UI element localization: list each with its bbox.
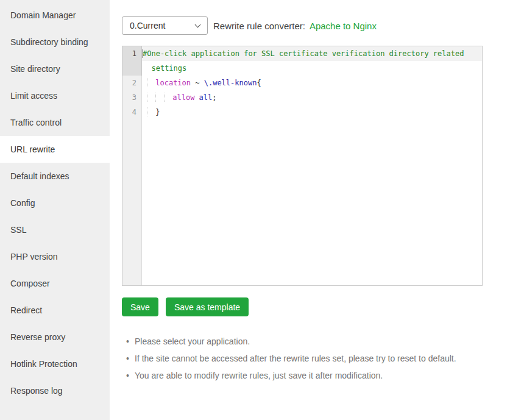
editor-gutter: 1234 — [122, 46, 142, 285]
tip-text: Please select your application. — [135, 336, 250, 347]
main-content: 0.Current Rewrite rule converter: Apache… — [110, 0, 510, 420]
line-number: 3 — [122, 90, 141, 105]
code-line[interactable]: settings — [142, 61, 482, 76]
code-token-plain — [143, 108, 147, 116]
code-token-comment: settings — [151, 64, 186, 73]
chevron-down-icon — [195, 21, 201, 27]
code-token-plain: } — [155, 108, 160, 116]
sidebar-item-reverse-proxy[interactable]: Reverse proxy — [0, 324, 110, 351]
tip-text: You are able to modify rewrite rules, ju… — [135, 370, 383, 381]
sidebar-item-domain-manager[interactable]: Domain Manager — [0, 2, 110, 29]
sidebar-item-traffic-control[interactable]: Traffic control — [0, 109, 110, 136]
sidebar-item-php-version[interactable]: PHP version — [0, 243, 110, 270]
sidebar-item-url-rewrite[interactable]: URL rewrite — [0, 136, 110, 163]
code-token-atom: \.well-known — [204, 79, 257, 87]
indent-guide — [164, 93, 172, 102]
code-token-plain: ~ — [191, 79, 204, 87]
sidebar-item-hotlink-protection[interactable]: Hotlink Protection — [0, 351, 110, 377]
code-token-plain: { — [257, 79, 261, 87]
indent-guide — [147, 78, 155, 87]
code-token-keyword: allow — [172, 93, 194, 102]
indent-guide — [155, 93, 164, 102]
code-line[interactable]: location ~ \.well-known{ — [142, 76, 482, 90]
template-select-value: 0.Current — [130, 21, 165, 30]
converter-link[interactable]: Apache to Nginx — [310, 21, 377, 31]
sidebar-item-composer[interactable]: Composer — [0, 270, 110, 297]
save-button[interactable]: Save — [122, 297, 158, 316]
code-editor[interactable]: 1234 #One-click application for SSL cert… — [122, 46, 483, 286]
sidebar-item-ssl[interactable]: SSL — [0, 216, 110, 243]
sidebar-item-subdirectory-binding[interactable]: Subdirectory binding — [0, 29, 110, 55]
indent-guide — [147, 93, 155, 102]
toolbar-row: 0.Current Rewrite rule converter: Apache… — [122, 16, 510, 35]
code-token-comment: #One-click application for SSL certifica… — [143, 49, 464, 58]
code-line[interactable]: allow all; — [142, 90, 482, 105]
code-token-keyword: location — [155, 79, 191, 87]
bullet-icon: • — [126, 370, 135, 381]
converter-label: Rewrite rule converter: — [213, 21, 305, 31]
line-number: 4 — [122, 105, 141, 119]
sidebar-item-config[interactable]: Config — [0, 190, 110, 216]
code-line[interactable]: } — [142, 105, 482, 119]
bullet-icon: • — [126, 336, 135, 347]
template-select[interactable]: 0.Current — [122, 16, 208, 35]
tip-text: If the site cannot be accessed after the… — [135, 353, 456, 364]
indent-guide — [147, 107, 155, 116]
button-row: Save Save as template — [122, 297, 510, 316]
tip-item: •If the site cannot be accessed after th… — [126, 353, 510, 364]
tip-item: •You are able to modify rewrite rules, j… — [126, 370, 510, 381]
code-token-plain — [194, 93, 199, 102]
line-number: 1 — [122, 46, 142, 76]
tips-list: •Please select your application.•If the … — [126, 336, 510, 381]
sidebar-item-limit-access[interactable]: Limit access — [0, 82, 110, 109]
sidebar: Domain ManagerSubdirectory bindingSite d… — [0, 0, 110, 420]
code-token-plain — [143, 79, 147, 87]
sidebar-item-response-log[interactable]: Response log — [0, 377, 110, 404]
code-token-plain — [143, 93, 147, 102]
code-token-atom: all — [199, 93, 213, 102]
sidebar-item-default-indexes[interactable]: Default indexes — [0, 163, 110, 190]
code-token-plain: ; — [212, 93, 216, 102]
code-line[interactable]: #One-click application for SSL certifica… — [142, 46, 482, 61]
save-as-template-button[interactable]: Save as template — [166, 297, 249, 316]
sidebar-item-site-directory[interactable]: Site directory — [0, 55, 110, 82]
editor-code-area[interactable]: #One-click application for SSL certifica… — [142, 46, 482, 285]
sidebar-item-redirect[interactable]: Redirect — [0, 297, 110, 324]
line-number: 2 — [122, 76, 141, 90]
code-token-plain — [143, 64, 151, 73]
tip-item: •Please select your application. — [126, 336, 510, 347]
bullet-icon: • — [126, 353, 135, 364]
app-root: Domain ManagerSubdirectory bindingSite d… — [0, 0, 510, 420]
